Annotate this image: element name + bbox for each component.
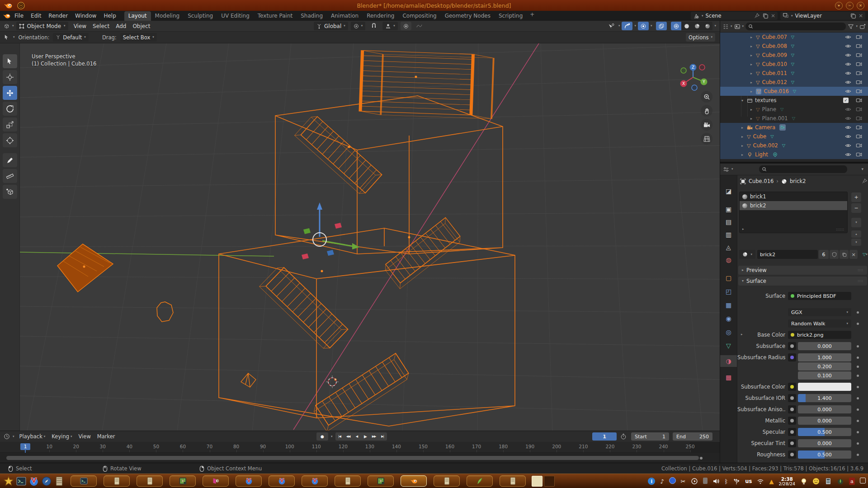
axis-ball-neg-z[interactable] — [692, 85, 697, 90]
expand-property[interactable]: ▸ — [741, 333, 743, 336]
zoom-button[interactable] — [701, 91, 712, 103]
socket-icon[interactable] — [788, 417, 796, 425]
launcher-menu-icon[interactable] — [4, 476, 14, 486]
scene-3d[interactable] — [20, 43, 720, 431]
expand-icon[interactable]: ▸ — [749, 44, 754, 48]
properties-editor-icon[interactable] — [723, 166, 729, 173]
mesh-data-icon[interactable]: ▽ — [792, 116, 795, 121]
unlink-scene-button[interactable]: ✕ — [771, 13, 775, 19]
frame-start-field[interactable]: Start1 — [631, 432, 669, 441]
light-data-icon[interactable] — [772, 152, 778, 158]
properties-tab-view-layer[interactable]: ▥ — [720, 229, 737, 240]
workspace-tab-geometry-nodes[interactable]: Geometry Nodes — [441, 11, 495, 21]
scene-selector[interactable]: ▾ Scene ✕ — [691, 12, 778, 20]
outliner-funnel-icon[interactable] — [848, 23, 854, 30]
workspace-tab-shading[interactable]: Shading — [297, 11, 327, 21]
pan-hand-button[interactable] — [701, 105, 712, 117]
outliner-row-cube-002[interactable]: ▸▽Cube.002▽ — [720, 141, 868, 150]
expand-icon[interactable]: ▸ — [749, 62, 754, 66]
expand-icon[interactable]: ▸ — [749, 80, 754, 84]
disable-in-renders-icon[interactable] — [856, 79, 862, 85]
workspace-switcher-1[interactable] — [532, 476, 542, 487]
gizmo-plane-handle[interactable] — [302, 253, 309, 259]
value-field[interactable]: brick2.png — [788, 331, 851, 339]
launcher-terminal-icon[interactable] — [16, 476, 26, 486]
expand-icon[interactable]: ▸ — [740, 135, 745, 139]
socket-icon[interactable] — [788, 394, 796, 402]
workspace-tab-scripting[interactable]: Scripting — [495, 11, 527, 21]
axis-ball-neg-y[interactable] — [681, 68, 686, 73]
tray-plug-icon[interactable] — [703, 478, 708, 485]
tray-plant-icon[interactable] — [837, 478, 844, 485]
prev-keyframe-button[interactable]: ◀◀ — [344, 432, 353, 441]
workspace-tab-modeling[interactable]: Modeling — [151, 11, 184, 21]
surface-panel-header[interactable]: ▾ Surface ∷∷ — [738, 277, 867, 286]
hide-in-viewport-icon[interactable] — [845, 142, 851, 149]
task-button-chrome[interactable] — [236, 475, 262, 487]
mesh-data-icon[interactable]: ▽ — [770, 134, 774, 139]
show-overlays-toggle[interactable] — [638, 22, 649, 30]
workspace-tab-uv-editing[interactable]: UV Editing — [217, 11, 254, 21]
xray-toggle[interactable] — [656, 22, 667, 30]
disable-in-renders-icon[interactable] — [856, 43, 862, 49]
outliner-row-cube-011[interactable]: ▸▽Cube.011▽ — [720, 69, 868, 78]
mesh-data-icon[interactable]: ▽ — [791, 62, 794, 66]
slot-move-down-button[interactable]: ▾ — [851, 239, 861, 246]
viewport-menu-object[interactable]: Object — [129, 23, 153, 29]
add-workspace-button[interactable]: + — [527, 11, 538, 21]
tray-media-icon[interactable] — [669, 477, 676, 485]
properties-tab-material[interactable]: ◑ — [720, 355, 737, 367]
orientation-default-dropdown[interactable]: Default▾ — [53, 33, 89, 42]
timeline-menu-view[interactable]: View — [76, 433, 93, 440]
properties-tab-physics[interactable]: ◉ — [720, 313, 737, 324]
cone-object[interactable] — [241, 373, 256, 387]
hide-in-viewport-icon[interactable] — [845, 115, 851, 122]
workspace-tab-texture-paint[interactable]: Texture Paint — [254, 11, 297, 21]
options-dropdown[interactable]: Options▾ — [686, 33, 715, 42]
dropdown-random-walk[interactable]: Random Walk▾ — [788, 319, 851, 328]
mesh-data-icon[interactable]: ▽ — [791, 44, 794, 48]
ortho-grid-button[interactable] — [701, 133, 712, 145]
tray-updates-icon[interactable]: ▲ — [769, 478, 774, 485]
measure-tool[interactable] — [3, 169, 17, 183]
object-name[interactable]: Cube.010 — [762, 61, 787, 67]
task-button-software[interactable] — [170, 475, 196, 487]
mesh-data-icon[interactable]: ▽ — [782, 143, 785, 148]
pivot-dropdown[interactable]: ▾ — [351, 22, 366, 30]
window-menu-button[interactable]: ▾ — [835, 2, 843, 9]
mesh-data-icon[interactable]: ▽ — [793, 89, 796, 94]
jump-to-start-button[interactable]: |◀ — [335, 432, 344, 441]
task-button-terminal[interactable] — [71, 475, 97, 487]
socket-icon[interactable] — [788, 405, 796, 413]
outliner-filter-image-icon[interactable] — [734, 23, 741, 30]
viewport-menu-add[interactable]: Add — [113, 23, 129, 29]
timeline-ruler[interactable]: 1 10203040506070809010011012013014015016… — [0, 442, 720, 453]
drag-dropdown[interactable]: Select Box▾ — [120, 33, 157, 42]
pin-id-icon[interactable] — [861, 178, 868, 184]
object-name[interactable]: Light — [755, 151, 768, 158]
shading-rendered-button[interactable] — [702, 22, 712, 30]
show-gizmo-toggle[interactable] — [622, 22, 632, 30]
properties-tab-scene[interactable]: ◬ — [720, 241, 737, 253]
camera-data-icon[interactable] — [779, 124, 786, 131]
tray-lamp-icon[interactable] — [800, 478, 807, 485]
tray-emoji-icon[interactable] — [812, 478, 820, 485]
select-box-tool[interactable] — [3, 54, 17, 68]
vector-field[interactable]: 0.100 — [798, 371, 851, 380]
material-slot-brick2[interactable]: brick2 — [740, 201, 847, 210]
disable-in-renders-icon[interactable] — [856, 61, 862, 67]
disable-in-renders-icon[interactable] — [856, 115, 862, 122]
mesh-data-icon[interactable]: ▽ — [791, 53, 794, 57]
menu-file[interactable]: File — [11, 13, 27, 19]
navigation-gizmo[interactable]: Z Y X — [677, 61, 709, 93]
small-mesh-object[interactable] — [157, 302, 173, 322]
play-reverse-button[interactable]: ◀ — [353, 432, 361, 441]
task-button-gimp[interactable] — [467, 475, 493, 487]
copy-material-button[interactable] — [840, 250, 849, 259]
socket-icon[interactable] — [788, 383, 796, 391]
outliner-row-cube[interactable]: ▸▽Cube▽ — [720, 132, 868, 141]
disable-in-renders-icon[interactable] — [856, 106, 862, 113]
menu-help[interactable]: Help — [100, 13, 119, 19]
outliner-row-camera[interactable]: ▸Camera — [720, 123, 868, 132]
disable-in-renders-icon[interactable] — [856, 88, 862, 94]
